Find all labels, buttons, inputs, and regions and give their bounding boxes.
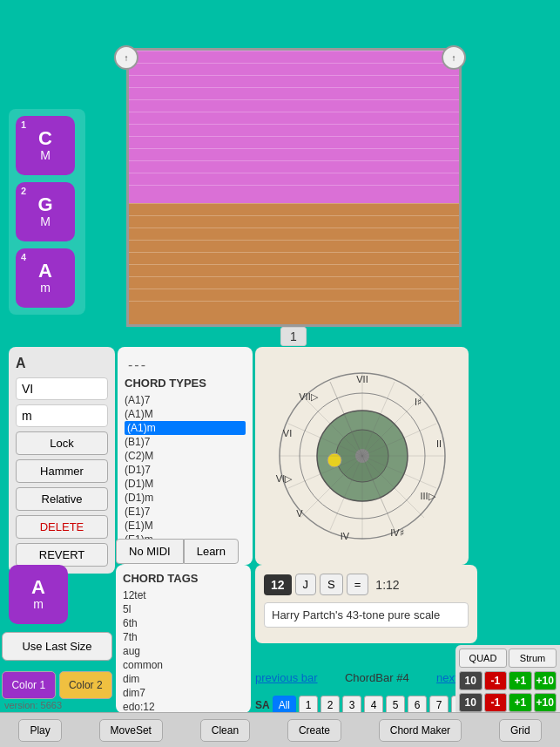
create-button[interactable]: Create [287,719,341,742]
tag-5l[interactable]: 5l [123,602,244,616]
row1-num-pos1[interactable]: +1 [509,671,532,690]
chord-badge-3: 4 [21,252,26,262]
chord-tags-panel: CHORD TAGS 12tet 5l 6th 7th aug common d… [116,565,251,713]
chord-type-item-0[interactable]: (A1)7 [125,393,246,407]
chord-root-input[interactable] [16,377,108,400]
chord-button-2[interactable]: 2 G M [16,182,75,241]
delete-button[interactable]: DELETE [16,515,108,539]
tag-edo12[interactable]: edo:12 [123,700,244,713]
tag-common[interactable]: common [123,658,244,672]
chord-bar-panel: 12 J S = 1:12 Harry Partch's 43-tone pur… [255,565,477,643]
right-panel: QUAD Strum 10 -1 +1 +10 10 -1 +1 +10 [455,645,560,716]
chord-edit-title: A [16,354,108,373]
color-2-button[interactable]: Color 2 [59,671,113,699]
chord-type-3: m [40,281,51,295]
handle-right[interactable]: ↑ [442,45,466,70]
row2-num-neg1[interactable]: -1 [484,693,508,712]
svg-text:VII: VII [356,374,368,384]
handle-left-icon: ↑ [125,53,129,63]
clean-button[interactable]: Clean [200,719,250,742]
color-1-button[interactable]: Color 1 [2,671,56,699]
three-dots: --- [125,354,246,377]
chord-badge-1: 1 [21,119,26,130]
svg-text:VI: VI [282,428,291,438]
chord-bar-label: ChordBar #4 [345,671,409,684]
version-label: version: 5663 [4,700,62,710]
previous-bar-button[interactable]: previous bar [255,671,318,684]
bottom-left-controls: Use Last Size Color 1 Color 2 [2,562,112,699]
chord-display-area [126,48,462,327]
chord-note-2: G [37,195,52,214]
svg-text:IV♯: IV♯ [390,527,403,538]
row2-num-pos1[interactable]: +1 [509,693,532,712]
chord-type-item-6[interactable]: (D1)M [125,477,246,491]
chord-badge-2: 2 [21,186,26,196]
chord-quality-input[interactable] [16,404,108,427]
chord-type-item-8[interactable]: (E1)7 [125,505,246,519]
chord-type-item-2[interactable]: (A1)m [125,421,246,435]
moveset-button[interactable]: MoveSet [99,719,163,742]
eq-button[interactable]: = [347,574,369,595]
bottom-toolbar: Play MoveSet Clean Create Chord Maker Gr… [0,712,560,747]
j-button[interactable]: J [295,574,317,595]
tag-12tet[interactable]: 12tet [123,588,244,602]
midi-row: No MIDI Learn [116,539,239,564]
circle-of-fifths-svg: VII I♯ II III▷ IV♯ IV V VI▷ VI VII▷ [275,369,449,543]
lock-button[interactable]: Lock [16,431,108,455]
chord-button-3[interactable]: 4 A m [16,248,75,308]
chord-note-3: A [38,261,52,281]
time-display: 1:12 [372,574,402,595]
tag-6th[interactable]: 6th [123,616,244,630]
chord-types-panel: --- CHORD TYPES (A1)7 (A1)M (A1)m (B1)7 … [118,347,253,565]
svg-text:III▷: III▷ [420,491,435,501]
strum-button[interactable]: Strum [509,649,557,668]
navigation-row: previous bar ChordBar #4 next bar [255,671,477,684]
svg-text:V: V [296,508,303,519]
s-button[interactable]: S [320,574,343,595]
row1-num-neg1[interactable]: -1 [484,671,508,690]
hammer-button[interactable]: Hammer [16,459,108,483]
learn-button[interactable]: Learn [184,539,239,564]
chord-type-item-7[interactable]: (D1)m [125,491,246,505]
chord-edit-panel: A Lock Hammer Relative DELETE REVERT [9,347,115,574]
tag-7th[interactable]: 7th [123,630,244,644]
tag-dim[interactable]: dim [123,672,244,686]
relative-button[interactable]: Relative [16,487,108,511]
chord-sidebar: 1 C M 2 G M 4 A m [9,109,85,315]
circle-of-fifths-panel: VII I♯ II III▷ IV♯ IV V VI▷ VI VII▷ [255,347,469,565]
svg-text:I♯: I♯ [414,397,421,407]
row1-num-pos10[interactable]: +10 [534,671,557,690]
no-midi-button[interactable]: No MIDI [116,539,184,564]
chord-types-title: CHORD TYPES [125,377,246,390]
chord-type-item-1[interactable]: (A1)M [125,407,246,421]
chord-number-label: 1 [280,327,307,346]
tag-aug[interactable]: aug [123,644,244,658]
chord-button-1[interactable]: 1 C M [16,116,75,175]
chord-top-section [129,51,459,203]
svg-text:VII▷: VII▷ [299,391,318,402]
chord-type-item-4[interactable]: (C2)M [125,449,246,463]
chord-bar-num: 12 [264,574,292,595]
row1-num-10: 10 [459,671,482,690]
tag-dim7[interactable]: dim7 [123,686,244,700]
chord-tags-title: CHORD TAGS [123,572,244,585]
play-button[interactable]: Play [18,719,61,742]
chord-type-item-3[interactable]: (B1)7 [125,435,246,449]
chord-maker-button[interactable]: Chord Maker [379,719,462,742]
quad-button[interactable]: QUAD [459,649,507,668]
chord-type-2: M [40,214,51,228]
sa-label: SA [255,699,270,711]
handle-left[interactable]: ↑ [114,45,138,70]
chord-type-item-9[interactable]: (E1)M [125,519,246,533]
svg-text:II: II [435,438,441,449]
svg-point-5 [327,453,341,467]
row2-num-pos10[interactable]: +10 [534,693,557,712]
chord-type-item-5[interactable]: (D1)7 [125,463,246,477]
chord-note-1: C [38,129,52,148]
svg-text:VI▷: VI▷ [275,473,292,484]
handle-right-icon: ↑ [452,53,456,63]
svg-text:IV: IV [340,531,349,541]
row2-num-10: 10 [459,693,482,712]
grid-button[interactable]: Grid [499,719,542,742]
use-last-size-button[interactable]: Use Last Size [2,632,112,661]
